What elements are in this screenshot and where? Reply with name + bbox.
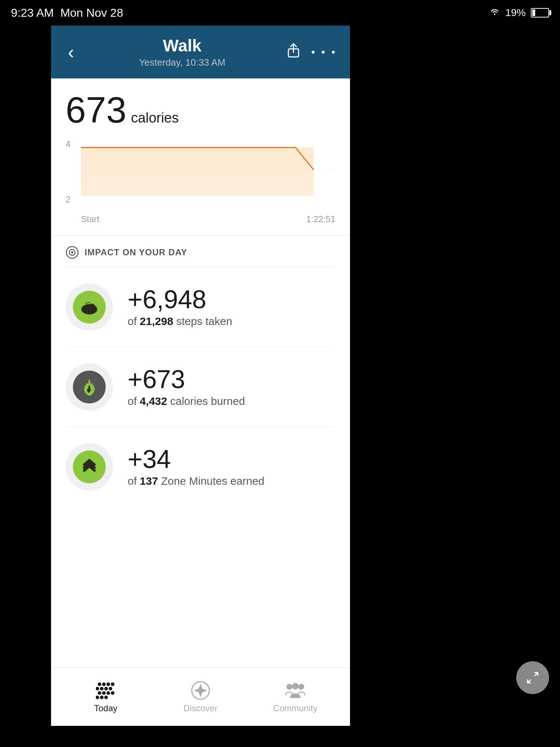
battery-icon [531, 8, 549, 18]
svg-point-19 [100, 696, 104, 699]
svg-point-8 [106, 682, 110, 686]
more-options-button[interactable]: • • • [311, 46, 337, 58]
nav-discover[interactable]: Discover [153, 681, 248, 713]
svg-point-7 [102, 682, 106, 686]
impact-section: IMPACT ON YOUR DAY [51, 236, 350, 267]
floating-action-button[interactable] [516, 661, 549, 694]
chart-end-label: 1:22:51 [306, 214, 335, 224]
svg-point-23 [287, 684, 292, 690]
status-bar: 9:23 AM Mon Nov 28 19% [0, 0, 560, 26]
activity-title: Walk [78, 36, 287, 55]
header-actions: • • • [287, 42, 337, 62]
battery-percentage: 19% [505, 7, 526, 19]
svg-point-14 [98, 691, 101, 695]
zone-total: 137 [140, 475, 158, 487]
zone-value: +34 [128, 446, 335, 472]
target-icon [66, 246, 79, 259]
svg-point-9 [111, 682, 114, 686]
steps-icon-inner [73, 291, 106, 324]
zone-desc: of 137 Zone Minutes earned [128, 475, 335, 487]
zone-icon [79, 457, 100, 477]
steps-impact-text: +6,948 of 21,298 steps taken [128, 287, 335, 328]
status-time: 9:23 AM [11, 6, 54, 20]
community-label: Community [273, 703, 317, 713]
impact-header: IMPACT ON YOUR DAY [66, 236, 335, 267]
zone-icon-circle [66, 443, 113, 491]
bottom-navigation: Today Discover [51, 667, 350, 726]
discover-icon [191, 681, 210, 700]
status-date: Mon Nov 28 [60, 6, 123, 20]
app-header: ‹ Walk Yesterday, 10:33 AM • • • [51, 26, 350, 78]
calories-icon-inner [73, 371, 106, 403]
chart-y-label-2: 2 [66, 194, 77, 205]
app-container: ‹ Walk Yesterday, 10:33 AM • • • 673 cal… [51, 26, 350, 726]
svg-point-4 [71, 251, 73, 253]
calories-display: 673 calories [66, 92, 335, 128]
svg-point-11 [100, 687, 104, 690]
calories-icon-circle [66, 363, 113, 411]
nav-community[interactable]: Community [248, 681, 343, 713]
community-icon [285, 681, 305, 700]
collapse-icon [525, 670, 541, 686]
activity-datetime: Yesterday, 10:33 AM [78, 57, 287, 68]
chart-time-labels: Start 1:22:51 [66, 212, 335, 227]
calories-section: 673 calories 4 2 [51, 78, 350, 236]
wifi-icon [489, 7, 500, 19]
svg-point-15 [102, 691, 106, 695]
svg-point-12 [104, 687, 108, 690]
calories-impact-text: +673 of 4,432 calories burned [128, 367, 335, 407]
chart-y-labels: 4 2 [66, 135, 77, 208]
steps-value: +6,948 [128, 287, 335, 312]
svg-point-24 [298, 684, 304, 690]
discover-label: Discover [183, 703, 217, 713]
steps-total: 21,298 [140, 315, 173, 327]
calories-number: 673 [66, 89, 127, 130]
svg-point-20 [104, 696, 108, 699]
steps-icon [79, 297, 100, 318]
zone-impact-text: +34 of 137 Zone Minutes earned [128, 446, 335, 487]
share-button[interactable] [287, 42, 300, 62]
header-center: Walk Yesterday, 10:33 AM [78, 36, 287, 68]
svg-point-10 [96, 687, 99, 690]
chart-start-label: Start [81, 214, 100, 224]
calories-impact-item: +673 of 4,432 calories burned [66, 347, 335, 427]
back-button[interactable]: ‹ [64, 38, 78, 67]
zone-impact-item: +34 of 137 Zone Minutes earned [66, 427, 335, 507]
steps-desc: of 21,298 steps taken [128, 315, 335, 328]
calories-burned-value: +673 [128, 367, 335, 392]
svg-point-17 [111, 691, 114, 695]
svg-point-18 [96, 696, 99, 699]
today-icon [96, 681, 116, 700]
svg-point-13 [109, 687, 112, 690]
svg-point-25 [292, 683, 299, 689]
calories-total: 4,432 [140, 395, 167, 407]
svg-point-6 [98, 682, 101, 686]
fire-icon [80, 377, 99, 397]
today-label: Today [94, 703, 117, 713]
svg-marker-22 [194, 684, 207, 697]
chart-area [81, 135, 335, 208]
zone-icon-inner [73, 450, 106, 483]
nav-today[interactable]: Today [58, 681, 153, 713]
svg-point-16 [106, 691, 110, 695]
steps-impact-item: +6,948 of 21,298 steps taken [66, 267, 335, 347]
activity-chart: 4 2 [66, 135, 335, 208]
impact-items-container: +6,948 of 21,298 steps taken [51, 267, 350, 507]
chart-y-label-4: 4 [66, 139, 77, 149]
calories-burned-desc: of 4,432 calories burned [128, 395, 335, 407]
impact-title: IMPACT ON YOUR DAY [85, 247, 187, 258]
steps-icon-circle [66, 283, 113, 331]
calories-label: calories [131, 110, 179, 125]
